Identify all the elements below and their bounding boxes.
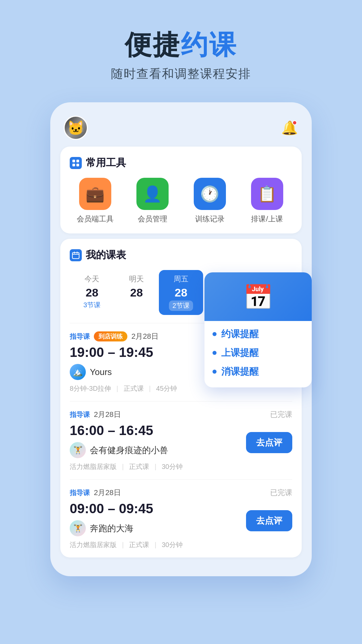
day-sessions-2: 2节课 — [169, 301, 193, 311]
day-item-1[interactable]: 明天 28 — [114, 270, 159, 315]
popup-dot-0 — [213, 332, 217, 336]
lesson-item-2: 指导课 2月28日 已完课 09:00 – 09:45 🏋️ 奔跑的大海 去点评 — [70, 479, 292, 557]
meta2-2: 正式课 — [129, 540, 149, 549]
tools-title-text: 常用工具 — [86, 156, 126, 170]
title-part2: 约课 — [181, 30, 237, 60]
tool-label-2: 训练记录 — [195, 214, 225, 224]
lesson-header-row-1: 指导课 2月28日 已完课 — [70, 410, 292, 420]
phone-frame: 🔔 常用工具 💼 会员端工具 — [50, 102, 312, 576]
meta2-1: 正式课 — [129, 462, 149, 471]
lesson-status-1: 已完课 — [270, 410, 292, 420]
header-title: 便捷约课 — [111, 30, 251, 60]
lesson-trainer-1: 🏋️ 会有健身痕迹的小兽 — [70, 442, 168, 458]
lesson-meta-1: 活力燃脂居家版 | 正式课 | 30分钟 — [70, 462, 292, 471]
tool-icon-blue: 🕐 — [194, 178, 226, 210]
lesson-tag-guide-1: 指导课 — [70, 410, 90, 419]
day-sessions-0: 3节课 — [72, 301, 112, 310]
meta1-0: 8分钟-3D拉伸 — [70, 384, 111, 393]
lesson-header-left-1: 指导课 2月28日 — [70, 410, 121, 420]
lesson-header-row-2: 指导课 2月28日 已完课 — [70, 488, 292, 498]
meta1-2: 活力燃脂居家版 — [70, 540, 117, 549]
svg-rect-3 — [76, 164, 79, 166]
lesson-trainer-2: 🏋️ 奔跑的大海 — [70, 520, 153, 536]
schedule-section-title: 我的课表 — [70, 248, 292, 262]
lesson-status-2: 已完课 — [270, 488, 292, 498]
tool-label-1: 会员管理 — [138, 214, 167, 224]
popup-dot-2 — [213, 370, 217, 374]
phone-topbar: 🔔 — [57, 112, 305, 147]
lesson-tag-guide-0: 指导课 — [70, 332, 90, 341]
svg-rect-0 — [72, 160, 75, 162]
title-part1: 便捷 — [125, 30, 181, 60]
popup-calendar-icon: 📅 — [243, 283, 273, 312]
schedule-title-text: 我的课表 — [86, 248, 126, 262]
day-label-0: 今天 — [72, 274, 112, 284]
meta3-0: 45分钟 — [156, 384, 177, 393]
bell-badge — [292, 120, 297, 125]
tool-member-tool[interactable]: 💼 会员端工具 — [70, 178, 120, 224]
meta1-1: 活力燃脂居家版 — [70, 462, 117, 471]
avatar-cat-icon — [65, 117, 87, 139]
lesson-time-1: 16:00 – 16:45 — [70, 423, 168, 438]
tools-section-icon — [70, 157, 82, 169]
popup-item-0: 约课提醒 — [213, 328, 304, 340]
tool-training-record[interactable]: 🕐 训练记录 — [184, 178, 235, 224]
svg-rect-1 — [76, 160, 79, 162]
bell-button[interactable]: 🔔 — [281, 119, 298, 137]
lesson-date-0: 2月28日 — [131, 331, 159, 341]
tool-schedule-class[interactable]: 📋 排课/上课 — [242, 178, 292, 224]
day-label-1: 明天 — [116, 274, 157, 284]
popup-body: 约课提醒 上课提醒 消课提醒 — [204, 321, 312, 387]
header-subtitle: 随时查看和调整课程安排 — [111, 66, 251, 82]
avatar[interactable] — [64, 116, 88, 140]
tool-member-manage[interactable]: 👤 会员管理 — [127, 178, 178, 224]
tool-label-0: 会员端工具 — [77, 214, 114, 224]
day-item-2[interactable]: 周五 28 2节课 — [159, 270, 203, 315]
popup-header: 📅 — [204, 272, 312, 321]
meta2-0: 正式课 — [124, 384, 144, 393]
header-section: 便捷约课 随时查看和调整课程安排 — [111, 30, 251, 82]
review-button-2[interactable]: 去点评 — [246, 510, 292, 531]
lesson-sub-tag-0: 到店训练 — [94, 331, 127, 341]
trainer-name-0: Yours — [90, 367, 112, 377]
schedule-section-icon — [70, 249, 82, 261]
popup-dot-1 — [213, 351, 217, 355]
tools-card: 常用工具 💼 会员端工具 👤 会员管理 🕐 训练记录 📋 排课/上课 — [60, 147, 302, 233]
tool-icon-purple: 📋 — [251, 178, 283, 210]
meta3-1: 30分钟 — [162, 462, 182, 471]
day-label-2: 周五 — [161, 274, 201, 284]
trainer-avatar-1: 🏋️ — [70, 442, 86, 458]
popup-item-text-0: 约课提醒 — [221, 328, 259, 340]
lesson-tag-guide-2: 指导课 — [70, 488, 90, 497]
day-item-0[interactable]: 今天 28 3节课 — [70, 270, 114, 315]
trainer-avatar-0: 🏔️ — [70, 364, 86, 380]
popup-card: 📅 约课提醒 上课提醒 消课提醒 — [204, 272, 312, 387]
meta3-2: 30分钟 — [162, 540, 182, 549]
trainer-avatar-2: 🏋️ — [70, 520, 86, 536]
tool-icon-orange: 💼 — [79, 178, 111, 210]
tools-section-title: 常用工具 — [70, 156, 292, 170]
day-number-0: 28 — [72, 286, 112, 299]
popup-item-2: 消课提醒 — [213, 365, 304, 378]
lesson-time-2: 09:00 – 09:45 — [70, 501, 153, 516]
lesson-date-2: 2月28日 — [94, 488, 121, 498]
popup-item-text-2: 消课提醒 — [221, 365, 259, 378]
tool-label-3: 排课/上课 — [251, 214, 283, 224]
trainer-name-2: 奔跑的大海 — [90, 523, 133, 534]
tool-icon-green: 👤 — [136, 178, 169, 210]
tools-grid: 💼 会员端工具 👤 会员管理 🕐 训练记录 📋 排课/上课 — [70, 178, 292, 224]
trainer-name-1: 会有健身痕迹的小兽 — [90, 444, 168, 456]
popup-item-1: 上课提醒 — [213, 346, 304, 359]
phone-wrapper: 🔔 常用工具 💼 会员端工具 — [50, 102, 312, 576]
lesson-date-1: 2月28日 — [94, 410, 121, 420]
schedule-card: 我的课表 今天 28 3节课 明天 28 周五 28 2节课 — [60, 239, 302, 557]
popup-item-text-1: 上课提醒 — [221, 346, 259, 359]
review-button-1[interactable]: 去点评 — [246, 432, 292, 453]
day-number-2: 28 — [161, 286, 201, 299]
lesson-item-1: 指导课 2月28日 已完课 16:00 – 16:45 🏋️ 会有健身痕迹的小兽 — [70, 401, 292, 479]
lesson-meta-2: 活力燃脂居家版 | 正式课 | 30分钟 — [70, 540, 292, 549]
svg-rect-2 — [72, 164, 75, 166]
svg-rect-4 — [72, 253, 79, 259]
day-number-1: 28 — [116, 286, 157, 299]
